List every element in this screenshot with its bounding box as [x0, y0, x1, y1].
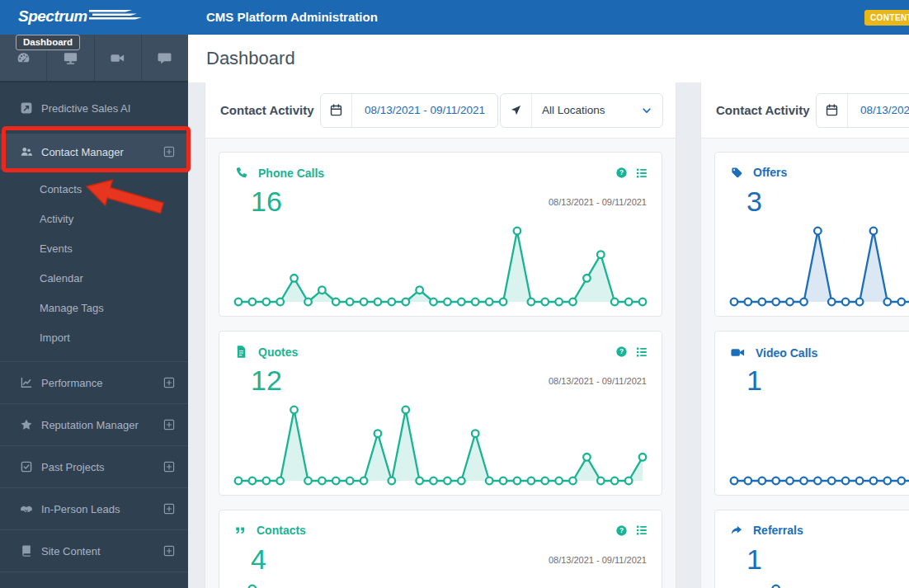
plus-square-icon[interactable]: [163, 545, 175, 557]
card-date-range: 08/13/2021 - 09/11/2021: [549, 555, 647, 565]
quick-icon-bar: [0, 35, 188, 82]
brand-logo[interactable]: Spectrum: [18, 7, 142, 26]
sidebar-item-events[interactable]: Events: [0, 234, 188, 264]
contact-activity-panel: Contact Activity 08/13/2021 - 09/11/2021…: [205, 82, 676, 588]
referrals-chart: [728, 583, 909, 588]
book-icon: [20, 544, 33, 557]
sidebar-item-in-person-leads[interactable]: In-Person Leads: [0, 487, 188, 529]
contacts-chart: [233, 583, 648, 588]
sidebar-item-label: Reputation Manager: [41, 419, 139, 431]
list-view-icon[interactable]: [635, 167, 648, 180]
handshake-icon: [20, 502, 33, 515]
date-range-value[interactable]: 08/13/2021 - 09/11/2021: [352, 94, 497, 127]
location-selector[interactable]: All Locations: [500, 93, 663, 128]
location-arrow-icon[interactable]: [501, 94, 532, 127]
sidebar-item-calendar[interactable]: Calendar: [0, 264, 188, 294]
calendar-icon[interactable]: [817, 94, 848, 127]
content-badge[interactable]: CONTENTI: [864, 10, 909, 26]
plus-square-icon[interactable]: [163, 503, 175, 515]
sidebar-item-site-content[interactable]: Site Content: [0, 529, 188, 572]
monitor-icon[interactable]: [47, 35, 94, 81]
card-label: Offers: [753, 166, 787, 179]
calendar-icon[interactable]: [321, 94, 352, 127]
sidebar-item-predictive-sales-ai[interactable]: Predictive Sales AI: [0, 94, 188, 122]
sidebar-item-contacts[interactable]: Contacts: [0, 175, 188, 205]
card-value: 4: [251, 543, 266, 576]
list-view-icon[interactable]: [635, 524, 648, 537]
dashboard-gauge-icon[interactable]: [0, 35, 47, 81]
sidebar-item-contact-manager[interactable]: Contact Manager: [0, 134, 188, 170]
star-icon: [20, 418, 33, 431]
svg-text:?: ?: [619, 169, 624, 176]
sidebar-divider: [0, 572, 188, 585]
phone-calls-card: Phone Calls ? 16 08/13/2021 - 09/11/2021: [219, 152, 662, 317]
phone-calls-chart: [233, 225, 648, 309]
card-value: 1: [747, 365, 762, 397]
quote-icon: [234, 524, 247, 537]
card-label: Contacts: [257, 524, 306, 537]
page-title: Dashboard: [206, 48, 295, 69]
video-calls-card: Video Calls ? 1 08/13/2021 - 09/11/2021: [714, 331, 909, 496]
sidebar-item-reputation-manager[interactable]: Reputation Manager: [0, 403, 188, 445]
chart-up-icon: [20, 101, 33, 115]
card-date-range: 08/13/2021 - 09/11/2021: [549, 197, 647, 207]
app-title: CMS Platform Administration: [206, 10, 378, 24]
help-icon[interactable]: ?: [615, 167, 628, 179]
card-label: Referrals: [753, 524, 803, 537]
video-camera-icon: [730, 345, 746, 360]
date-range-value[interactable]: 08/13/2021 - 09/11/2021: [848, 94, 909, 127]
sidebar-item-label: Performance: [41, 377, 102, 389]
date-range-picker[interactable]: 08/13/2021 - 09/11/2021: [320, 93, 498, 128]
card-label: Quotes: [258, 346, 298, 359]
sidebar-item-performance[interactable]: Performance: [0, 361, 188, 403]
help-icon[interactable]: ?: [615, 346, 628, 358]
plus-square-icon[interactable]: [163, 461, 175, 473]
phone-icon: [234, 166, 248, 180]
chat-bubble-icon[interactable]: [142, 35, 188, 81]
list-view-icon[interactable]: [635, 346, 648, 359]
sidebar-item-label: Contact Manager: [41, 146, 124, 158]
sidebar-item-activity[interactable]: Activity: [0, 205, 188, 234]
offers-card: Offers ? 3 08/13/2021 - 09/11/2021: [714, 152, 909, 317]
share-arrow-icon: [730, 524, 743, 537]
sidebar-item-past-projects[interactable]: Past Projects: [0, 445, 188, 487]
video-camera-icon[interactable]: [95, 35, 142, 81]
card-value: 12: [251, 365, 282, 397]
date-range-picker[interactable]: 08/13/2021 - 09/11/2021: [816, 93, 909, 128]
card-date-range: 08/13/2021 - 09/11/2021: [549, 376, 647, 386]
sidebar-item-label: Past Projects: [41, 461, 105, 473]
top-bar: Spectrum CMS Platform Administration CON…: [0, 0, 909, 35]
offers-chart: [728, 225, 909, 309]
sidebar-item-label: Predictive Sales AI: [41, 102, 130, 115]
card-label: Phone Calls: [258, 167, 324, 180]
sidebar: Predictive Sales AI Contact Manager Cont…: [0, 35, 188, 588]
users-icon: [20, 145, 33, 158]
card-value: 3: [747, 186, 762, 218]
video-calls-chart: [728, 404, 909, 488]
line-chart-icon: [20, 376, 33, 389]
plus-square-icon[interactable]: [163, 419, 175, 430]
panel-header: Contact Activity 08/13/2021 - 09/11/2021…: [205, 82, 676, 139]
referrals-card: Referrals ? 1 08/13/2021 - 09/11/2021: [714, 510, 909, 588]
panel-title: Contact Activity: [716, 103, 810, 117]
panel-header: Contact Activity 08/13/2021 - 09/11/2021…: [701, 82, 909, 139]
card-label: Video Calls: [756, 346, 817, 360]
brand-logo-lines-icon: [89, 7, 142, 26]
tag-icon: [730, 166, 743, 179]
page-header: Dashboard: [188, 35, 909, 82]
contact-activity-panel-2: Contact Activity 08/13/2021 - 09/11/2021…: [700, 82, 909, 588]
sidebar-item-label: Site Content: [41, 545, 101, 557]
plus-square-icon[interactable]: [163, 146, 175, 158]
panel-title: Contact Activity: [220, 103, 314, 117]
sidebar-item-label: In-Person Leads: [41, 503, 120, 515]
quotes-chart: [233, 404, 648, 488]
card-value: 1: [747, 543, 762, 576]
help-icon[interactable]: ?: [615, 524, 628, 537]
location-value[interactable]: All Locations: [542, 104, 605, 116]
sidebar-item-import[interactable]: Import: [0, 323, 188, 353]
check-square-icon: [20, 460, 33, 473]
svg-text:?: ?: [619, 348, 624, 355]
brand-logo-text: Spectrum: [18, 7, 87, 26]
plus-square-icon[interactable]: [163, 377, 175, 388]
sidebar-item-manage-tags[interactable]: Manage Tags: [0, 294, 188, 323]
